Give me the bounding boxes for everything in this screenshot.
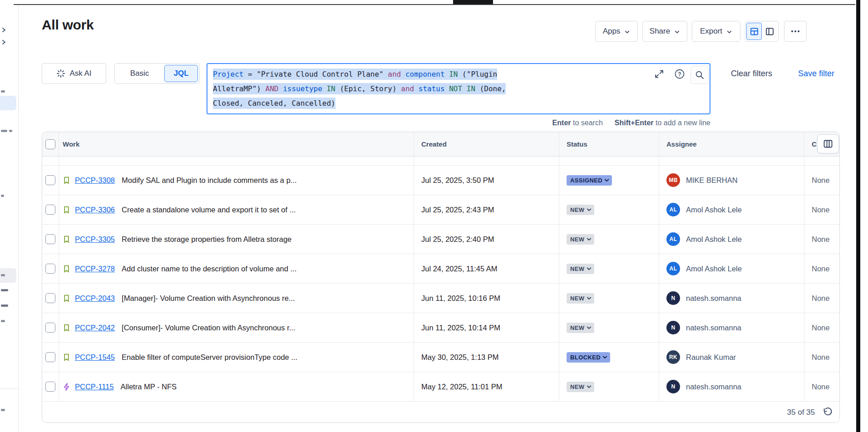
status-badge[interactable]: ASSIGNED (567, 175, 612, 186)
more-actions-button[interactable] (784, 21, 807, 42)
issue-key-link[interactable]: PCCP-3306 (75, 206, 115, 214)
apps-button[interactable]: Apps (595, 21, 638, 42)
truncated-column-value: None (812, 176, 829, 185)
row-checkbox[interactable] (45, 382, 55, 392)
table-header-row: Work Created Status Assignee C (42, 132, 839, 157)
truncated-column-value: None (812, 324, 829, 332)
issue-summary[interactable]: [Consumer]- Volume Creation with Asynchr… (122, 324, 295, 332)
assignee-cell: RK Raunak Kumar (659, 343, 804, 372)
table-row: PCCP-3278 Add cluster name to the descri… (42, 254, 839, 284)
chevron-down-icon (587, 237, 592, 241)
detail-view-icon (765, 27, 774, 36)
export-button[interactable]: Export (692, 21, 740, 42)
clear-filters-link[interactable]: Clear filters (731, 69, 772, 79)
row-checkbox[interactable] (45, 264, 55, 274)
share-button[interactable]: Share (642, 21, 687, 42)
work-cell: PCCP-2042 [Consumer]- Volume Creation wi… (59, 313, 414, 342)
sidebar-item-fragment (1, 274, 5, 276)
created-date: Jul 25, 2025, 3:50 PM (421, 176, 494, 185)
row-checkbox[interactable] (45, 293, 55, 303)
share-button-label: Share (650, 27, 670, 36)
issue-summary[interactable]: Retrieve the storage properties from All… (122, 235, 291, 244)
configure-columns-button[interactable] (817, 134, 839, 153)
table-footer: 35 of 35 (42, 402, 839, 423)
status-badge[interactable]: NEW (567, 323, 594, 333)
created-date: Jul 25, 2025, 2:40 PM (421, 235, 494, 244)
issue-summary[interactable]: Add cluster name to the description of v… (122, 265, 296, 273)
expand-icon[interactable] (654, 69, 665, 79)
ask-ai-label: Ask AI (69, 69, 91, 78)
issue-summary[interactable]: [Manager]- Volume Creation with Asynchro… (122, 294, 295, 303)
issue-key-link[interactable]: PCCP-3305 (75, 235, 115, 244)
truncated-column-value: None (812, 294, 829, 303)
column-header-status[interactable]: Status (559, 132, 659, 156)
column-header-work[interactable]: Work (59, 132, 414, 156)
assignee-cell: N natesh.somanna (659, 313, 804, 342)
row-checkbox[interactable] (45, 352, 55, 362)
row-checkbox[interactable] (45, 323, 55, 333)
issue-summary[interactable]: Alletra MP - NFS (121, 383, 177, 391)
search-icon[interactable] (690, 66, 709, 84)
partially-scrolled-row (42, 157, 839, 166)
issue-key-link[interactable]: PCCP-2042 (75, 324, 115, 332)
avatar: N (666, 321, 680, 334)
assignee-name: natesh.somanna (686, 294, 741, 303)
window-chrome-divider (14, 4, 855, 5)
row-select-cell (42, 284, 59, 313)
issue-summary[interactable]: Create a standalone volume and export it… (122, 206, 296, 214)
help-icon[interactable]: ? (674, 68, 686, 80)
mode-jql-tab[interactable]: JQL (164, 65, 198, 82)
avatar: AL (666, 262, 680, 275)
issue-key-link[interactable]: PCCP-1115 (75, 383, 114, 391)
issue-key-link[interactable]: PCCP-3278 (75, 265, 115, 273)
table-row: PCCP-1115 Alletra MP - NFS May 12, 2025,… (42, 372, 839, 402)
truncated-cell: None (804, 372, 839, 401)
view-switcher (745, 21, 779, 42)
issue-key-link[interactable]: PCCP-1545 (75, 353, 115, 362)
status-badge[interactable]: NEW (567, 382, 594, 392)
truncated-cell: None (804, 195, 839, 224)
chevron-down-icon (587, 267, 592, 271)
assignee-name: Amol Ashok Lele (686, 265, 742, 273)
row-checkbox[interactable] (45, 234, 55, 244)
sidebar-item-selected[interactable] (0, 96, 16, 110)
issue-summary[interactable]: Modify SAL and Plugin to include comment… (122, 176, 297, 185)
status-badge[interactable]: NEW (567, 264, 594, 274)
assignee-cell: N natesh.somanna (659, 284, 804, 313)
work-cell: PCCP-1545 Enable filter of computeServer… (59, 343, 414, 372)
status-label: NEW (570, 236, 585, 243)
assignee-cell: MB MIKE BERHAN (659, 166, 804, 195)
refresh-icon[interactable] (822, 407, 833, 418)
truncated-column-value: None (812, 235, 829, 244)
table-row: PCCP-3306 Create a standalone volume and… (42, 195, 839, 225)
truncated-cell: None (804, 166, 839, 195)
created-cell: Jun 11, 2025, 10:16 PM (414, 284, 559, 313)
mode-basic-tab[interactable]: Basic (115, 69, 164, 78)
issue-key-link[interactable]: PCCP-3308 (75, 176, 115, 185)
row-checkbox[interactable] (45, 175, 55, 185)
ask-ai-button[interactable]: Ask AI (42, 63, 106, 84)
status-badge[interactable]: NEW (567, 293, 594, 304)
status-cell: ASSIGNED (559, 166, 659, 195)
table-view-toggle[interactable] (746, 23, 762, 40)
work-cell: PCCP-3306 Create a standalone volume and… (59, 195, 414, 224)
assignee-name: MIKE BERHAN (686, 176, 738, 185)
issue-summary[interactable]: Enable filter of computeServer provision… (122, 353, 297, 362)
column-header-created[interactable]: Created (414, 132, 559, 156)
chevron-right-icon[interactable] (0, 39, 7, 45)
jql-query-input[interactable]: Project = "Private Cloud Control Plane" … (207, 63, 710, 114)
issue-key-link[interactable]: PCCP-2043 (75, 294, 115, 303)
status-badge[interactable]: BLOCKED (567, 352, 610, 363)
row-checkbox[interactable] (45, 205, 55, 215)
chevron-right-icon[interactable] (0, 27, 7, 33)
chevron-down-icon (587, 385, 592, 389)
assignee-name: Raunak Kumar (686, 353, 736, 362)
status-badge[interactable]: NEW (567, 205, 594, 215)
sidebar-item-fragment (1, 90, 5, 93)
assignee-cell: AL Amol Ashok Lele (659, 254, 804, 283)
column-header-assignee[interactable]: Assignee (659, 132, 804, 156)
save-filter-link[interactable]: Save filter (798, 69, 834, 79)
select-all-checkbox[interactable] (45, 139, 55, 149)
status-badge[interactable]: NEW (567, 234, 594, 245)
detail-view-toggle[interactable] (762, 23, 777, 40)
